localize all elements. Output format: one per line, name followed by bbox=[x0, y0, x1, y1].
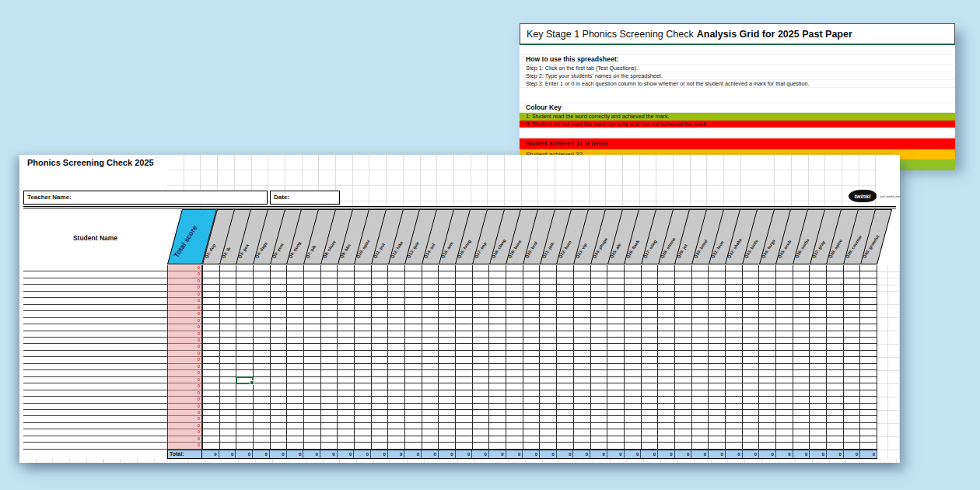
answer-cell[interactable] bbox=[304, 436, 321, 443]
answer-cell[interactable] bbox=[236, 436, 254, 443]
answer-cell[interactable] bbox=[489, 318, 506, 324]
answer-cell[interactable] bbox=[422, 351, 439, 357]
answer-cell[interactable] bbox=[591, 285, 608, 291]
answer-cell[interactable] bbox=[642, 364, 659, 370]
answer-cell[interactable] bbox=[372, 377, 389, 383]
answer-cell[interactable] bbox=[271, 324, 288, 331]
answer-cell[interactable] bbox=[271, 416, 288, 422]
answer-cell[interactable] bbox=[743, 410, 760, 416]
answer-cell[interactable] bbox=[523, 370, 541, 376]
answer-cell[interactable] bbox=[338, 271, 355, 278]
answer-cell[interactable] bbox=[827, 404, 844, 410]
answer-cell[interactable] bbox=[557, 397, 574, 403]
answer-cell[interactable] bbox=[304, 404, 321, 410]
answer-cell[interactable] bbox=[709, 271, 726, 278]
answer-cell[interactable] bbox=[625, 397, 642, 403]
answer-cell[interactable] bbox=[422, 318, 439, 324]
answer-cell[interactable] bbox=[338, 318, 355, 324]
answer-cell[interactable] bbox=[709, 338, 726, 344]
answer-cell[interactable] bbox=[743, 357, 760, 363]
answer-cell[interactable] bbox=[220, 278, 237, 285]
answer-cell[interactable] bbox=[658, 292, 675, 298]
answer-cell[interactable] bbox=[607, 423, 625, 429]
answer-cell[interactable] bbox=[388, 397, 405, 403]
answer-cell[interactable] bbox=[203, 351, 220, 357]
answer-cell[interactable] bbox=[220, 285, 237, 291]
answer-cell[interactable] bbox=[658, 357, 675, 363]
answer-cell[interactable] bbox=[574, 410, 591, 416]
answer-cell[interactable] bbox=[793, 410, 810, 416]
answer-cell[interactable] bbox=[506, 265, 523, 271]
answer-cell[interactable] bbox=[759, 357, 776, 363]
answer-cell[interactable] bbox=[338, 305, 355, 311]
answer-cell[interactable] bbox=[540, 271, 557, 278]
answer-cell[interactable] bbox=[220, 338, 237, 344]
answer-cell[interactable] bbox=[776, 423, 793, 429]
answer-cell[interactable] bbox=[844, 436, 861, 443]
answer-cell[interactable] bbox=[439, 324, 456, 331]
answer-cell[interactable] bbox=[523, 278, 541, 285]
answer-cell[interactable] bbox=[642, 344, 659, 350]
answer-cell[interactable] bbox=[574, 331, 591, 338]
answer-cell[interactable] bbox=[271, 390, 288, 397]
answer-cell[interactable] bbox=[726, 311, 743, 317]
answer-cell[interactable] bbox=[844, 318, 861, 324]
answer-cell[interactable] bbox=[607, 305, 625, 311]
answer-cell[interactable] bbox=[776, 410, 793, 416]
answer-cell[interactable] bbox=[827, 331, 844, 338]
answer-cell[interactable] bbox=[388, 357, 405, 363]
answer-cell[interactable] bbox=[236, 278, 254, 285]
answer-cell[interactable] bbox=[254, 397, 271, 403]
answer-cell[interactable] bbox=[692, 443, 709, 449]
answer-cell[interactable] bbox=[675, 292, 692, 298]
answer-cell[interactable] bbox=[827, 383, 844, 390]
answer-cell[interactable] bbox=[844, 377, 861, 383]
answer-cell[interactable] bbox=[506, 351, 523, 357]
student-name-cell[interactable] bbox=[23, 357, 167, 363]
answer-cell[interactable] bbox=[338, 265, 355, 271]
answer-cell[interactable] bbox=[625, 377, 642, 383]
answer-cell[interactable] bbox=[287, 285, 304, 291]
answer-cell[interactable] bbox=[810, 423, 827, 429]
answer-cell[interactable] bbox=[287, 436, 304, 443]
answer-cell[interactable] bbox=[220, 265, 237, 271]
answer-cell[interactable] bbox=[372, 383, 389, 390]
answer-cell[interactable] bbox=[709, 383, 726, 390]
answer-cell[interactable] bbox=[793, 377, 810, 383]
answer-cell[interactable] bbox=[675, 416, 692, 422]
answer-cell[interactable] bbox=[422, 292, 439, 298]
answer-cell[interactable] bbox=[557, 265, 574, 271]
answer-cell[interactable] bbox=[540, 429, 557, 436]
answer-cell[interactable] bbox=[574, 278, 591, 285]
answer-cell[interactable] bbox=[388, 351, 405, 357]
answer-cell[interactable] bbox=[793, 423, 810, 429]
answer-cell[interactable] bbox=[759, 324, 776, 331]
answer-cell[interactable] bbox=[287, 278, 304, 285]
answer-cell[interactable] bbox=[675, 298, 692, 304]
answer-cell[interactable] bbox=[860, 311, 877, 317]
answer-cell[interactable] bbox=[574, 324, 591, 331]
answer-cell[interactable] bbox=[692, 429, 709, 436]
answer-cell[interactable] bbox=[557, 285, 574, 291]
answer-cell[interactable] bbox=[489, 397, 506, 403]
answer-cell[interactable] bbox=[726, 324, 743, 331]
answer-cell[interactable] bbox=[557, 338, 574, 344]
answer-cell[interactable] bbox=[557, 364, 574, 370]
answer-cell[interactable] bbox=[203, 265, 220, 271]
answer-cell[interactable] bbox=[203, 364, 220, 370]
answer-cell[interactable] bbox=[675, 377, 692, 383]
answer-cell[interactable] bbox=[304, 390, 321, 397]
answer-cell[interactable] bbox=[506, 397, 523, 403]
answer-cell[interactable] bbox=[709, 404, 726, 410]
date-field[interactable]: Date: bbox=[270, 191, 340, 205]
answer-cell[interactable] bbox=[287, 416, 304, 422]
answer-cell[interactable] bbox=[793, 364, 810, 370]
answer-cell[interactable] bbox=[321, 351, 338, 357]
answer-cell[interactable] bbox=[220, 351, 237, 357]
answer-cell[interactable] bbox=[254, 370, 271, 376]
answer-cell[interactable] bbox=[523, 416, 541, 422]
answer-cell[interactable] bbox=[658, 298, 675, 304]
answer-cell[interactable] bbox=[692, 338, 709, 344]
answer-cell[interactable] bbox=[810, 338, 827, 344]
answer-cell[interactable] bbox=[355, 344, 372, 350]
